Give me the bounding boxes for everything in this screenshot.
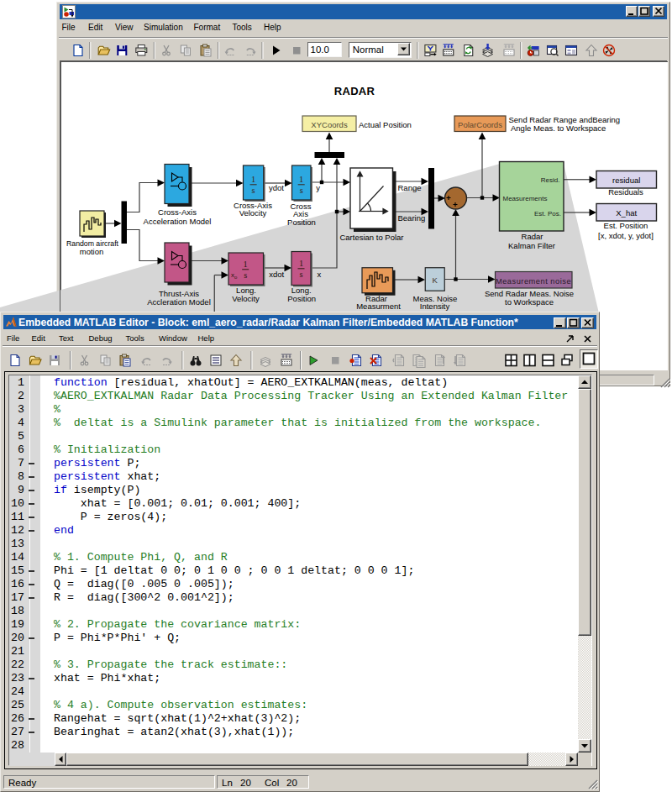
svg-text:Bearing: Bearing (398, 213, 426, 223)
svg-text:motion: motion (80, 247, 104, 256)
svg-text:s: s (299, 270, 302, 279)
svg-text:1: 1 (299, 175, 303, 184)
svg-text:Velocity: Velocity (232, 294, 260, 303)
svg-text:K: K (433, 275, 438, 285)
svg-text:Measurment: Measurment (356, 302, 401, 311)
svg-text:Cartesian to Polar: Cartesian to Polar (339, 233, 403, 242)
svg-text:s: s (300, 186, 303, 195)
svg-text:1: 1 (244, 260, 248, 269)
svg-text:1: 1 (299, 259, 303, 268)
svg-text:Measurement noise: Measurement noise (496, 277, 571, 286)
svg-text:Intensity: Intensity (420, 302, 450, 311)
svg-text:XYCoords: XYCoords (311, 120, 348, 129)
svg-text:Velocity: Velocity (239, 208, 267, 218)
svg-text:Send Radar Range andBearing: Send Radar Range andBearing (509, 115, 621, 124)
svg-text:Radar: Radar (522, 232, 543, 241)
svg-text:ydot: ydot (269, 183, 284, 192)
svg-text:Resid.: Resid. (541, 176, 560, 184)
svg-text:Range: Range (398, 183, 422, 192)
svg-text:Cross-Axis: Cross-Axis (158, 207, 197, 217)
svg-text:Actual Position: Actual Position (359, 120, 412, 129)
svg-text:residual: residual (612, 176, 640, 185)
svg-text:Est. Position: Est. Position (604, 221, 648, 230)
svg-text:Position: Position (287, 218, 316, 227)
svg-text:Accleration Model: Accleration Model (147, 297, 211, 307)
svg-text:[x, xdot, y, ydot]: [x, xdot, y, ydot] (598, 231, 654, 240)
svg-text:X_hat: X_hat (616, 208, 637, 218)
svg-text:1: 1 (251, 175, 255, 184)
svg-text:Thrust-Axis: Thrust-Axis (159, 289, 199, 298)
svg-text:Kalman Filter: Kalman Filter (508, 241, 555, 250)
svg-text:Measurements: Measurements (503, 195, 548, 202)
svg-text:Send Radar Meas. Noise: Send Radar Meas. Noise (485, 289, 574, 298)
svg-text:Residuals: Residuals (608, 187, 643, 197)
svg-text:Est. Pos.: Est. Pos. (534, 210, 561, 218)
svg-text:s: s (252, 186, 255, 195)
svg-text:x: x (318, 270, 322, 279)
svg-text:Angle Meas. to Workspace: Angle Meas. to Workspace (511, 123, 606, 133)
svg-text:RADAR: RADAR (334, 85, 375, 97)
svg-text:Acceleration Model: Acceleration Model (144, 217, 212, 226)
svg-text:xdot: xdot (269, 270, 284, 279)
svg-text:s: s (244, 270, 247, 280)
svg-text:Position: Position (287, 294, 316, 303)
svg-text:to Workspace: to Workspace (505, 297, 554, 307)
svg-text:PolarCoords: PolarCoords (458, 120, 502, 129)
svg-text:y: y (316, 183, 320, 192)
